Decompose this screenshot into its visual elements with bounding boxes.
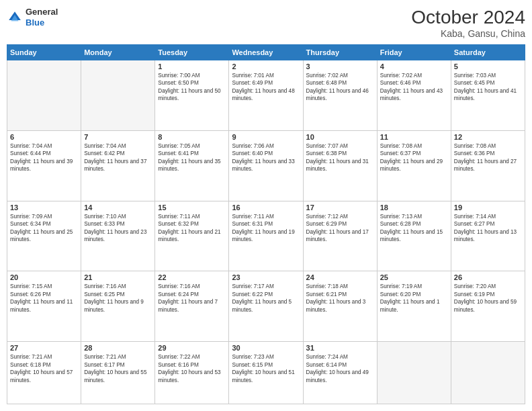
calendar-cell: 10Sunrise: 7:07 AMSunset: 6:38 PMDayligh… bbox=[303, 130, 377, 201]
day-info: Sunrise: 7:16 AMSunset: 6:25 PMDaylight:… bbox=[84, 283, 152, 314]
calendar-cell: 3Sunrise: 7:02 AMSunset: 6:48 PMDaylight… bbox=[303, 60, 377, 131]
day-info: Sunrise: 7:03 AMSunset: 6:45 PMDaylight:… bbox=[454, 72, 522, 103]
day-info: Sunrise: 7:13 AMSunset: 6:28 PMDaylight:… bbox=[380, 213, 448, 244]
day-info: Sunrise: 7:04 AMSunset: 6:42 PMDaylight:… bbox=[84, 142, 152, 173]
day-info: Sunrise: 7:01 AMSunset: 6:49 PMDaylight:… bbox=[232, 72, 300, 103]
calendar-cell: 27Sunrise: 7:21 AMSunset: 6:18 PMDayligh… bbox=[7, 342, 81, 404]
day-number: 24 bbox=[306, 273, 374, 281]
logo-text: General Blue bbox=[26, 7, 58, 28]
day-info: Sunrise: 7:04 AMSunset: 6:44 PMDaylight:… bbox=[10, 142, 78, 173]
calendar-cell: 30Sunrise: 7:23 AMSunset: 6:15 PMDayligh… bbox=[229, 342, 303, 404]
calendar-cell: 29Sunrise: 7:22 AMSunset: 6:16 PMDayligh… bbox=[155, 342, 229, 404]
calendar-cell bbox=[7, 60, 81, 131]
day-info: Sunrise: 7:24 AMSunset: 6:14 PMDaylight:… bbox=[306, 353, 374, 384]
day-info: Sunrise: 7:17 AMSunset: 6:22 PMDaylight:… bbox=[232, 283, 300, 314]
day-number: 14 bbox=[84, 203, 152, 212]
day-number: 1 bbox=[158, 62, 226, 71]
day-number: 5 bbox=[454, 62, 522, 71]
weekday-header: Monday bbox=[81, 45, 155, 60]
day-info: Sunrise: 7:02 AMSunset: 6:46 PMDaylight:… bbox=[380, 72, 448, 103]
page: General Blue October 2024 Kaba, Gansu, C… bbox=[0, 0, 532, 411]
calendar-cell: 20Sunrise: 7:15 AMSunset: 6:26 PMDayligh… bbox=[7, 271, 81, 342]
day-info: Sunrise: 7:08 AMSunset: 6:36 PMDaylight:… bbox=[454, 142, 522, 173]
calendar-cell: 9Sunrise: 7:06 AMSunset: 6:40 PMDaylight… bbox=[229, 130, 303, 201]
day-info: Sunrise: 7:09 AMSunset: 6:34 PMDaylight:… bbox=[10, 213, 78, 244]
day-info: Sunrise: 7:14 AMSunset: 6:27 PMDaylight:… bbox=[454, 213, 522, 244]
day-number: 15 bbox=[158, 203, 226, 212]
day-number: 8 bbox=[158, 133, 226, 141]
logo-blue: Blue bbox=[26, 17, 44, 28]
weekday-header: Thursday bbox=[303, 45, 377, 60]
day-number: 3 bbox=[306, 62, 374, 71]
day-number: 20 bbox=[10, 273, 78, 281]
calendar-cell: 6Sunrise: 7:04 AMSunset: 6:44 PMDaylight… bbox=[7, 130, 81, 201]
calendar-cell: 13Sunrise: 7:09 AMSunset: 6:34 PMDayligh… bbox=[7, 201, 81, 271]
calendar-week-row: 6Sunrise: 7:04 AMSunset: 6:44 PMDaylight… bbox=[7, 130, 525, 201]
month-title: October 2024 bbox=[411, 7, 525, 28]
day-info: Sunrise: 7:22 AMSunset: 6:16 PMDaylight:… bbox=[158, 353, 226, 384]
day-info: Sunrise: 7:21 AMSunset: 6:18 PMDaylight:… bbox=[10, 353, 78, 384]
day-number: 18 bbox=[380, 203, 448, 212]
calendar-cell: 5Sunrise: 7:03 AMSunset: 6:45 PMDaylight… bbox=[451, 60, 525, 131]
calendar-week-row: 27Sunrise: 7:21 AMSunset: 6:18 PMDayligh… bbox=[7, 342, 525, 404]
logo-icon bbox=[7, 9, 23, 26]
calendar-cell: 22Sunrise: 7:16 AMSunset: 6:24 PMDayligh… bbox=[155, 271, 229, 342]
calendar-cell: 26Sunrise: 7:20 AMSunset: 6:19 PMDayligh… bbox=[451, 271, 525, 342]
weekday-header: Friday bbox=[377, 45, 451, 60]
calendar-cell: 16Sunrise: 7:11 AMSunset: 6:31 PMDayligh… bbox=[229, 201, 303, 271]
calendar-cell: 7Sunrise: 7:04 AMSunset: 6:42 PMDaylight… bbox=[81, 130, 155, 201]
day-number: 28 bbox=[84, 344, 152, 352]
calendar-cell: 23Sunrise: 7:17 AMSunset: 6:22 PMDayligh… bbox=[229, 271, 303, 342]
logo: General Blue bbox=[7, 7, 58, 28]
day-info: Sunrise: 7:12 AMSunset: 6:29 PMDaylight:… bbox=[306, 213, 374, 244]
calendar-cell: 11Sunrise: 7:08 AMSunset: 6:37 PMDayligh… bbox=[377, 130, 451, 201]
day-number: 17 bbox=[306, 203, 374, 212]
calendar-cell bbox=[81, 60, 155, 131]
calendar-cell: 4Sunrise: 7:02 AMSunset: 6:46 PMDaylight… bbox=[377, 60, 451, 131]
calendar-cell bbox=[377, 342, 451, 404]
day-info: Sunrise: 7:05 AMSunset: 6:41 PMDaylight:… bbox=[158, 142, 226, 173]
day-number: 12 bbox=[454, 133, 522, 141]
day-info: Sunrise: 7:08 AMSunset: 6:37 PMDaylight:… bbox=[380, 142, 448, 173]
calendar-week-row: 1Sunrise: 7:00 AMSunset: 6:50 PMDaylight… bbox=[7, 60, 525, 131]
day-info: Sunrise: 7:02 AMSunset: 6:48 PMDaylight:… bbox=[306, 72, 374, 103]
day-info: Sunrise: 7:19 AMSunset: 6:20 PMDaylight:… bbox=[380, 283, 448, 314]
location-subtitle: Kaba, Gansu, China bbox=[411, 28, 525, 39]
title-block: October 2024 Kaba, Gansu, China bbox=[411, 7, 525, 39]
day-info: Sunrise: 7:15 AMSunset: 6:26 PMDaylight:… bbox=[10, 283, 78, 314]
day-info: Sunrise: 7:06 AMSunset: 6:40 PMDaylight:… bbox=[232, 142, 300, 173]
day-info: Sunrise: 7:10 AMSunset: 6:33 PMDaylight:… bbox=[84, 213, 152, 244]
calendar-table: SundayMondayTuesdayWednesdayThursdayFrid… bbox=[7, 44, 525, 404]
calendar-cell: 1Sunrise: 7:00 AMSunset: 6:50 PMDaylight… bbox=[155, 60, 229, 131]
calendar-header-row: SundayMondayTuesdayWednesdayThursdayFrid… bbox=[7, 45, 525, 60]
calendar-cell: 14Sunrise: 7:10 AMSunset: 6:33 PMDayligh… bbox=[81, 201, 155, 271]
day-number: 29 bbox=[158, 344, 226, 352]
day-number: 16 bbox=[232, 203, 300, 212]
day-info: Sunrise: 7:11 AMSunset: 6:32 PMDaylight:… bbox=[158, 213, 226, 244]
logo-general: General bbox=[26, 7, 58, 17]
calendar-cell: 19Sunrise: 7:14 AMSunset: 6:27 PMDayligh… bbox=[451, 201, 525, 271]
day-info: Sunrise: 7:20 AMSunset: 6:19 PMDaylight:… bbox=[454, 283, 522, 314]
day-number: 23 bbox=[232, 273, 300, 281]
calendar-week-row: 13Sunrise: 7:09 AMSunset: 6:34 PMDayligh… bbox=[7, 201, 525, 271]
day-number: 9 bbox=[232, 133, 300, 141]
calendar-cell: 31Sunrise: 7:24 AMSunset: 6:14 PMDayligh… bbox=[303, 342, 377, 404]
day-number: 22 bbox=[158, 273, 226, 281]
day-number: 19 bbox=[454, 203, 522, 212]
day-number: 6 bbox=[10, 133, 78, 141]
day-number: 7 bbox=[84, 133, 152, 141]
calendar-cell: 8Sunrise: 7:05 AMSunset: 6:41 PMDaylight… bbox=[155, 130, 229, 201]
calendar-cell: 28Sunrise: 7:21 AMSunset: 6:17 PMDayligh… bbox=[81, 342, 155, 404]
calendar-cell: 24Sunrise: 7:18 AMSunset: 6:21 PMDayligh… bbox=[303, 271, 377, 342]
day-number: 27 bbox=[10, 344, 78, 352]
day-number: 4 bbox=[380, 62, 448, 71]
calendar-cell: 21Sunrise: 7:16 AMSunset: 6:25 PMDayligh… bbox=[81, 271, 155, 342]
weekday-header: Tuesday bbox=[155, 45, 229, 60]
day-number: 11 bbox=[380, 133, 448, 141]
day-number: 13 bbox=[10, 203, 78, 212]
day-number: 30 bbox=[232, 344, 300, 352]
weekday-header: Wednesday bbox=[229, 45, 303, 60]
day-number: 10 bbox=[306, 133, 374, 141]
calendar-cell bbox=[451, 342, 525, 404]
day-info: Sunrise: 7:18 AMSunset: 6:21 PMDaylight:… bbox=[306, 283, 374, 314]
